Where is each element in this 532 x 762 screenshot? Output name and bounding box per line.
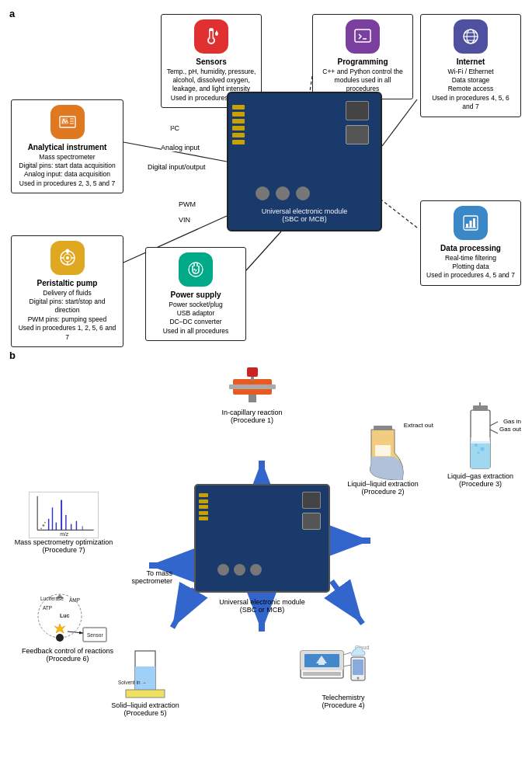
lle-container: Extract out Liquid–liquid extraction (Pr… [336,418,429,496]
to-mass-spec-label: To mass spectrometer [110,569,172,585]
programming-desc: C++ and Python control the modules used … [318,68,408,94]
panel-a-label: a [9,8,15,19]
power-box: Power supply Power socket/plugUSB adapto… [145,247,246,341]
sle-title: Solid–liquid extraction [95,701,196,709]
pump-title: Peristaltic pump [16,278,118,289]
internet-icon [454,19,488,54]
module-b-label: Universal electronic module (SBC or MCB) [194,598,330,614]
svg-rect-52 [375,445,391,456]
tc-subtitle: (Procedure 4) [285,701,402,709]
svg-rect-49 [247,367,258,377]
svg-line-2 [382,99,417,146]
svg-point-76 [42,524,44,527]
figure-container: a I²C [0,0,532,750]
svg-rect-41 [470,221,472,228]
svg-rect-90 [126,690,165,698]
sensors-title: Sensors [166,57,256,68]
panel-b: b [9,348,523,744]
svg-rect-14 [210,31,213,38]
svg-rect-54 [471,441,490,468]
svg-rect-47 [229,384,276,389]
tc-container: Cloud Telechemistry (Procedure 4) [285,635,402,709]
module-a-title: Universal electronic module (SBC or MCB) [260,204,349,226]
svg-rect-89 [135,666,155,690]
pump-desc: Delivery of fluidsDigital pins: start/st… [16,289,118,343]
analytical-desc: Mass spectrometerDigital pins: start dat… [16,153,118,189]
svg-rect-42 [473,218,475,228]
data-title: Data processing [426,243,516,254]
svg-text:ATP: ATP [43,605,52,611]
analytical-icon [50,105,85,139]
i2c-label: I²C [170,124,179,132]
svg-text:m/z: m/z [60,531,68,537]
svg-point-56 [475,444,478,447]
svg-point-75 [40,527,42,529]
svg-point-57 [481,447,485,451]
data-desc: Real-time filteringPlotting dataUsed in … [426,254,516,280]
svg-point-15 [209,38,214,43]
pwm-label: PWM [179,200,196,208]
svg-text:AMP: AMP [69,597,80,603]
programming-title: Programming [318,57,408,68]
sensors-icon [194,19,228,54]
internet-box: Internet Wi-Fi / EthernetData storageRem… [420,14,521,117]
svg-rect-16 [355,30,370,42]
svg-line-61 [490,422,498,426]
mso-container: m/z Mass spectrometry optimization (Pro [13,492,114,554]
central-module-a: Universal electronic module (SBC or MCB) [227,92,382,231]
lge-subtitle: (Procedure 3) [440,480,521,488]
extract-out-label: Extract out [404,422,433,429]
svg-text:Solvent in →: Solvent in → [118,680,147,685]
svg-text:Luc: Luc [60,613,70,618]
pump-box: Peristaltic pump Delivery of fluidsDigit… [11,235,123,347]
sle-subtitle: (Procedure 5) [95,709,196,717]
svg-point-77 [44,522,46,524]
panel-b-label: b [9,350,16,361]
svg-rect-98 [353,659,363,675]
lge-container: Gas in Gas out Liquid–gas extraction (Pr… [440,402,521,488]
svg-rect-51 [374,426,392,430]
analog-label: Analog input [161,144,200,151]
data-icon [454,206,488,240]
svg-rect-95 [303,672,341,676]
mso-title: Mass spectrometry optimization [13,538,114,546]
tc-title: Telechemistry [285,694,402,701]
svg-rect-48 [249,395,256,402]
power-icon [179,252,213,287]
mso-subtitle: (Procedure 7) [13,546,114,554]
internet-desc: Wi-Fi / EthernetData storageRemote acces… [426,68,516,112]
pcb-inner-b [196,485,329,591]
svg-text:Sensor: Sensor [87,632,103,638]
svg-point-58 [478,452,480,454]
incapillary-container: In-capillary reaction (Procedure 1) [192,364,312,424]
analytical-title: Analytical instrument [16,142,118,153]
lle-subtitle: (Procedure 2) [336,488,429,496]
svg-rect-50 [251,377,254,381]
pump-icon [50,241,85,275]
vin-label: VIN [179,216,190,224]
svg-line-62 [490,430,498,433]
lge-title: Liquid–gas extraction [440,472,521,480]
svg-line-101 [343,665,351,666]
svg-line-100 [343,652,351,655]
gas-in-label: Gas in [503,418,521,425]
programming-icon [346,19,380,54]
incapillary-title: In-capillary reaction [192,409,312,416]
digital-label: Digital input/output [148,163,206,171]
data-box: Data processing Real-time filteringPlott… [420,200,521,286]
panel-a: a I²C [9,6,523,340]
svg-line-6 [382,200,417,228]
svg-rect-40 [466,224,468,228]
svg-point-87 [56,634,64,642]
incapillary-illus [192,364,312,406]
power-desc: Power socket/plugUSB adaptorDC–DC conver… [151,301,241,336]
svg-point-35 [65,249,69,253]
power-title: Power supply [151,290,241,301]
svg-rect-55 [471,437,490,444]
gas-out-label: Gas out [499,426,521,433]
incapillary-subtitle: (Procedure 1) [192,416,312,424]
svg-line-5 [246,231,281,270]
central-module-b [194,484,330,593]
programming-box: Programming C++ and Python control the m… [312,14,413,99]
sle-container: Solvent in → Solid–liquid extraction (Pr… [95,647,196,717]
